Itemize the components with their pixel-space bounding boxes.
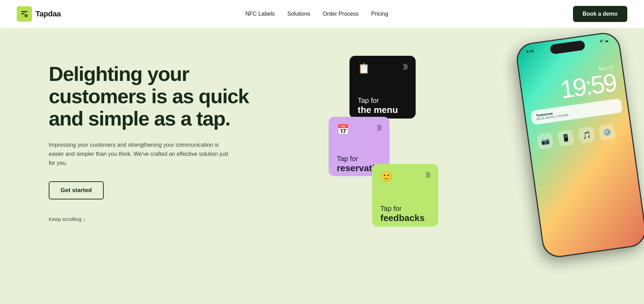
card-feedbacks-tap: Tap for	[380, 205, 430, 213]
hero-section: Delighting your customers is as quick an…	[0, 28, 644, 304]
nav-link-solutions[interactable]: Solutions	[287, 11, 310, 17]
nav-link-pricing[interactable]: Pricing	[371, 11, 388, 17]
nfc-icon-reservation: )))	[377, 124, 381, 131]
phone-signal: 9:41	[526, 48, 534, 54]
logo-text: Tapdaa	[36, 9, 61, 18]
logo-icon	[17, 6, 32, 22]
menu-icon: 📋	[358, 63, 370, 74]
phone-body: 9:41 4° ☁ Mon 27 19:59 Tomorrow 09:15–09…	[515, 31, 644, 259]
card-reservation-tap: Tap for	[337, 155, 381, 163]
nav-item-solutions[interactable]: Solutions	[287, 11, 310, 17]
navbar: Tapdaa NFC Labels Solutions Order Proces…	[0, 0, 644, 28]
app-icon-3: 🎵	[578, 127, 595, 144]
card-feedbacks-top: 🙂 )))	[380, 171, 430, 182]
card-menu[interactable]: 📋 ))) Tap for the menu	[350, 56, 416, 119]
card-reservation-top: 📅 )))	[337, 124, 381, 135]
nav-item-order[interactable]: Order Process	[323, 11, 359, 17]
card-menu-top: 📋 )))	[358, 63, 407, 74]
nav-link-nfc[interactable]: NFC Labels	[245, 11, 275, 17]
phone-mockup: 9:41 4° ☁ Mon 27 19:59 Tomorrow 09:15–09…	[519, 38, 637, 289]
hero-left: Delighting your customers is as quick an…	[49, 49, 350, 304]
card-feedbacks-text: Tap for feedbacks	[380, 193, 430, 223]
phone-battery: 4° ☁	[599, 38, 608, 44]
card-menu-bold: the menu	[358, 105, 407, 115]
hero-right: 📋 ))) Tap for the menu 📅 ))) Tap for res…	[350, 49, 596, 304]
app-icon-2: 📱	[557, 129, 575, 147]
svg-rect-0	[21, 11, 28, 12]
keep-scrolling-label: Keep scrolling ↓	[49, 216, 350, 222]
get-started-button[interactable]: Get started	[49, 181, 104, 199]
svg-rect-1	[21, 13, 25, 14]
reservation-icon: 📅	[337, 124, 349, 135]
nav-links: NFC Labels Solutions Order Process Prici…	[245, 11, 388, 17]
book-demo-button[interactable]: Book a demo	[573, 6, 627, 22]
card-menu-tap: Tap for	[358, 97, 407, 105]
nav-item-pricing[interactable]: Pricing	[371, 11, 388, 17]
logo-svg	[20, 10, 29, 18]
card-menu-text: Tap for the menu	[358, 85, 407, 115]
nav-link-order[interactable]: Order Process	[323, 11, 359, 17]
nfc-icon-menu: )))	[403, 63, 407, 70]
app-icon-1: 📷	[536, 132, 554, 150]
feedbacks-icon: 🙂	[380, 171, 393, 182]
hero-headline: Delighting your customers is as quick an…	[49, 63, 251, 129]
logo-link[interactable]: Tapdaa	[17, 6, 61, 22]
nfc-icon-feedbacks: )))	[426, 171, 430, 178]
hero-subtext: Impressing your customers and strengthen…	[49, 140, 230, 167]
svg-point-3	[26, 15, 27, 16]
nav-item-nfc[interactable]: NFC Labels	[245, 11, 275, 17]
app-icon-4: ⚙️	[598, 123, 616, 141]
phone-screen: 9:41 4° ☁ Mon 27 19:59 Tomorrow 09:15–09…	[516, 32, 644, 258]
phone-time: 19:59	[559, 70, 618, 102]
card-feedbacks[interactable]: 🙂 ))) Tap for feedbacks	[372, 164, 438, 227]
card-feedbacks-bold: feedbacks	[380, 213, 430, 223]
